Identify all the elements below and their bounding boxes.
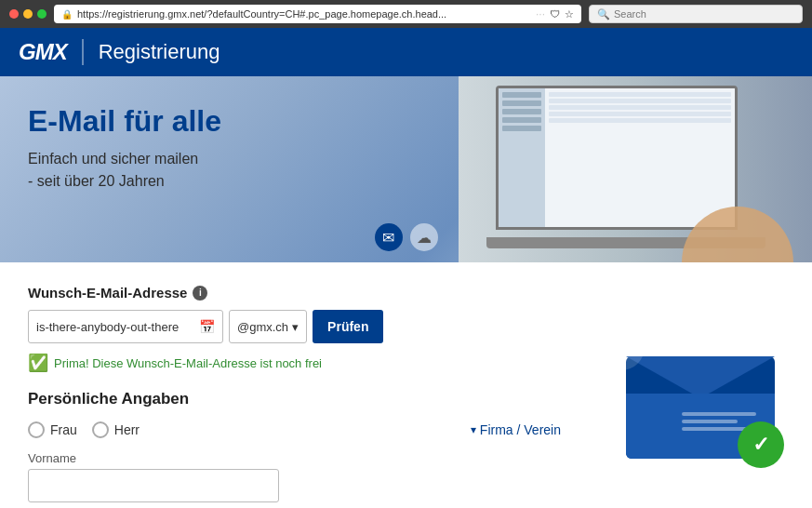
sidebar-item-3 — [502, 109, 541, 114]
url-text: https://registrierung.gmx.net/?defaultCo… — [77, 8, 531, 20]
sidebar-item-4 — [502, 117, 541, 123]
firma-link-text: Firma / Verein — [480, 422, 561, 437]
address-bar[interactable]: 🔒 https://registrierung.gmx.net/?default… — [54, 5, 581, 23]
sidebar-item-2 — [502, 100, 541, 106]
radio-frau-label: Frau — [50, 422, 77, 437]
carousel-dot-cloud[interactable]: ☁ — [410, 223, 438, 251]
hero-subtitle: Einfach und sicher mailen - seit über 20… — [28, 148, 221, 193]
form-right: GMX ✓ — [579, 285, 784, 502]
email-line-1 — [682, 412, 756, 416]
envelope-flap — [626, 356, 775, 398]
form-left: Wunsch-E-Mail-Adresse i is-there-anybody… — [28, 285, 561, 502]
email-username-input[interactable]: is-there-anybody-out-there 📅 — [28, 310, 223, 343]
vorname-input[interactable] — [28, 469, 279, 502]
laptop-sidebar — [499, 88, 545, 227]
star-icon: ☆ — [565, 8, 574, 20]
success-text: Prima! Diese Wunsch-E-Mail-Adresse ist n… — [54, 356, 322, 370]
cloud-icon: ☁ — [417, 229, 432, 247]
form-section: Wunsch-E-Mail-Adresse i is-there-anybody… — [0, 262, 812, 508]
radio-frau-circle — [28, 421, 45, 438]
info-icon[interactable]: i — [193, 286, 207, 301]
site-header: GMX Registrierung — [0, 28, 812, 76]
close-dot[interactable] — [9, 9, 19, 19]
header-divider — [82, 39, 84, 65]
radio-herr-circle — [92, 421, 109, 438]
header-title: Registrierung — [99, 40, 220, 64]
laptop-row-5 — [549, 118, 731, 123]
email-line-3 — [682, 427, 747, 431]
green-check-badge: ✓ — [738, 421, 784, 468]
shield-icon: 🛡 — [550, 8, 560, 20]
carousel-dots: ✉ ☁ — [375, 223, 438, 251]
email-username-value: is-there-anybody-out-there — [36, 320, 193, 334]
laptop-row-1 — [549, 92, 731, 97]
laptop-row-3 — [549, 105, 731, 110]
radio-herr-label: Herr — [114, 422, 140, 437]
gmx-logo[interactable]: GMX — [19, 39, 67, 65]
hero-title: E-Mail für alle — [28, 104, 221, 139]
laptop-main — [545, 88, 735, 227]
vorname-label: Vorname — [28, 451, 561, 465]
sidebar-item-5 — [502, 126, 541, 131]
laptop-row-2 — [549, 99, 731, 103]
search-bar[interactable]: 🔍 Search — [589, 5, 803, 23]
email-line-2 — [682, 420, 738, 423]
minimize-dot[interactable] — [23, 9, 33, 19]
radio-row: Frau Herr ▾ Firma / Verein — [28, 421, 561, 438]
envelope-icon: ✉ — [382, 229, 394, 247]
chevron-down-icon: ▾ — [292, 320, 299, 334]
lock-icon: 🔒 — [61, 9, 73, 20]
domain-value: @gmx.ch — [237, 320, 288, 334]
laptop-screen — [496, 86, 738, 230]
success-message: ✅ Prima! Diese Wunsch-E-Mail-Adresse ist… — [28, 353, 561, 373]
more-options-icon[interactable]: ··· — [536, 7, 545, 20]
radio-herr[interactable]: Herr — [92, 421, 140, 438]
domain-select[interactable]: @gmx.ch ▾ — [229, 310, 307, 343]
firma-chevron-icon: ▾ — [471, 423, 476, 436]
hero-banner: E-Mail für alle Einfach und sicher maile… — [0, 76, 812, 262]
gmx-email-illustration: GMX ✓ — [589, 319, 775, 468]
firma-link[interactable]: ▾ Firma / Verein — [471, 422, 561, 437]
hero-laptop-illustration — [459, 76, 812, 262]
laptop-screen-inner — [499, 88, 735, 227]
hero-content: E-Mail für alle Einfach und sicher maile… — [28, 104, 221, 193]
success-icon: ✅ — [28, 353, 48, 373]
radio-frau[interactable]: Frau — [28, 421, 77, 438]
browser-chrome: 🔒 https://registrierung.gmx.net/?default… — [0, 0, 812, 28]
search-placeholder: Search — [614, 8, 646, 20]
calendar-icon: 📅 — [199, 319, 215, 334]
email-input-row: is-there-anybody-out-there 📅 @gmx.ch ▾ P… — [28, 310, 561, 343]
window-controls — [9, 9, 47, 19]
maximize-dot[interactable] — [37, 9, 47, 19]
sidebar-item-1 — [502, 92, 541, 98]
laptop-row-4 — [549, 112, 731, 116]
gmx-illustration-badge: GMX — [598, 324, 645, 370]
search-icon: 🔍 — [597, 8, 610, 20]
carousel-dot-email[interactable]: ✉ — [375, 223, 403, 251]
personal-section-title: Persönliche Angaben — [28, 390, 561, 408]
check-button[interactable]: Prüfen — [313, 310, 383, 343]
email-field-label: Wunsch-E-Mail-Adresse i — [28, 285, 561, 301]
